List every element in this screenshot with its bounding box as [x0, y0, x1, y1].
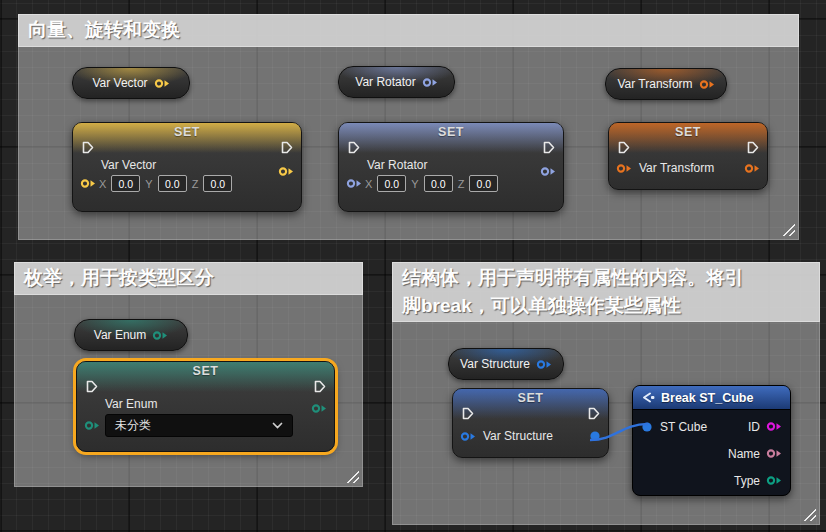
break-node-title: Break ST_Cube	[661, 391, 753, 405]
getter-label: Var Vector	[92, 76, 147, 90]
id-output-pin[interactable]	[766, 421, 782, 432]
vector-y-input[interactable]	[158, 175, 187, 192]
node-set-var-transform[interactable]: SET Var Transform	[608, 122, 768, 190]
vector-z-input[interactable]	[203, 175, 232, 192]
exec-out-pin[interactable]	[541, 140, 556, 155]
exec-out-pin[interactable]	[745, 140, 760, 155]
var-enum-output-pin[interactable]	[152, 330, 168, 341]
exec-out-pin[interactable]	[279, 140, 294, 155]
set-var-label: Var Enum	[105, 398, 334, 411]
structure-input-pin[interactable]	[460, 431, 476, 442]
node-set-var-enum[interactable]: SET Var Enum 未分类	[76, 361, 335, 452]
set-var-label: Var Structure	[483, 429, 553, 443]
getter-label: Var Transform	[617, 77, 692, 91]
comment-title-structs[interactable]: 结构体，用于声明带有属性的内容。将引 脚break，可以单独操作某些属性	[392, 262, 820, 322]
comment-title-vectors[interactable]: 向量、旋转和变换	[18, 14, 799, 47]
vector-x-input[interactable]	[111, 175, 140, 192]
z-axis-label: Z	[458, 178, 465, 190]
break-struct-icon	[641, 391, 655, 404]
break-output-label-id: ID	[748, 420, 760, 434]
exec-in-pin[interactable]	[80, 140, 95, 155]
z-axis-label: Z	[192, 178, 199, 190]
enum-selected-value: 未分类	[115, 417, 151, 434]
var-structure-output-pin[interactable]	[536, 359, 552, 370]
var-transform-output-pin[interactable]	[699, 79, 715, 90]
y-axis-label: Y	[145, 178, 152, 190]
comment-title-enums[interactable]: 枚举，用于按类型区分	[14, 262, 363, 295]
node-set-var-vector[interactable]: SET Var Vector X Y Z	[72, 122, 302, 212]
rotator-input-pin[interactable]	[346, 178, 362, 189]
comment-title-text: 枚举，用于按类型区分	[24, 267, 214, 288]
structure-output-pin-connected[interactable]	[589, 430, 601, 442]
node-get-var-transform[interactable]: Var Transform	[605, 68, 727, 100]
enum-value-dropdown[interactable]: 未分类	[105, 414, 293, 437]
var-rotator-output-pin[interactable]	[422, 77, 438, 88]
exec-out-pin[interactable]	[586, 406, 601, 421]
st-cube-input-pin-connected[interactable]	[641, 421, 653, 433]
enum-input-pin[interactable]	[84, 420, 100, 431]
node-break-st-cube[interactable]: Break ST_Cube ST Cube ID Name Type	[632, 385, 791, 496]
set-var-label: Var Vector	[101, 159, 301, 172]
blueprint-canvas[interactable]: 向量、旋转和变换 枚举，用于按类型区分 结构体，用于声明带有属性的内容。将引 脚…	[0, 0, 826, 532]
type-output-pin[interactable]	[766, 475, 782, 486]
break-input-label: ST Cube	[660, 420, 707, 434]
var-vector-output-pin[interactable]	[154, 78, 170, 89]
x-axis-label: X	[99, 178, 106, 190]
break-output-label-name: Name	[728, 447, 760, 461]
name-output-pin[interactable]	[766, 448, 782, 459]
comment-title-line1: 结构体，用于声明带有属性的内容。将引	[402, 264, 810, 292]
transform-input-pin[interactable]	[616, 163, 632, 174]
node-get-var-structure[interactable]: Var Structure	[448, 348, 564, 380]
node-set-var-rotator[interactable]: SET Var Rotator X Y Z	[338, 122, 564, 212]
rotator-x-input[interactable]	[377, 175, 406, 192]
transform-output-pin[interactable]	[744, 163, 760, 174]
x-axis-label: X	[365, 178, 372, 190]
exec-in-pin[interactable]	[84, 379, 99, 394]
exec-in-pin[interactable]	[346, 140, 361, 155]
node-get-var-enum[interactable]: Var Enum	[74, 319, 188, 351]
rotator-y-input[interactable]	[424, 175, 453, 192]
rotator-z-input[interactable]	[469, 175, 498, 192]
node-get-var-rotator[interactable]: Var Rotator	[338, 66, 455, 98]
node-set-var-structure[interactable]: SET Var Structure	[452, 388, 609, 458]
set-var-label: Var Rotator	[367, 159, 563, 172]
chevron-down-icon	[272, 422, 283, 429]
getter-label: Var Rotator	[355, 75, 415, 89]
break-output-label-type: Type	[734, 474, 760, 488]
vector-input-pin[interactable]	[80, 178, 96, 189]
enum-output-pin[interactable]	[311, 403, 327, 414]
getter-label: Var Structure	[460, 357, 530, 371]
exec-in-pin[interactable]	[616, 140, 631, 155]
comment-title-line2: 脚break，可以单独操作某些属性	[402, 292, 810, 320]
vector-output-pin[interactable]	[278, 166, 294, 177]
exec-in-pin[interactable]	[460, 406, 475, 421]
getter-label: Var Enum	[94, 328, 146, 342]
node-get-var-vector[interactable]: Var Vector	[72, 67, 190, 99]
set-var-label: Var Transform	[639, 161, 714, 175]
rotator-output-pin[interactable]	[540, 166, 556, 177]
exec-out-pin[interactable]	[312, 379, 327, 394]
y-axis-label: Y	[411, 178, 418, 190]
comment-title-text: 向量、旋转和变换	[28, 19, 180, 40]
